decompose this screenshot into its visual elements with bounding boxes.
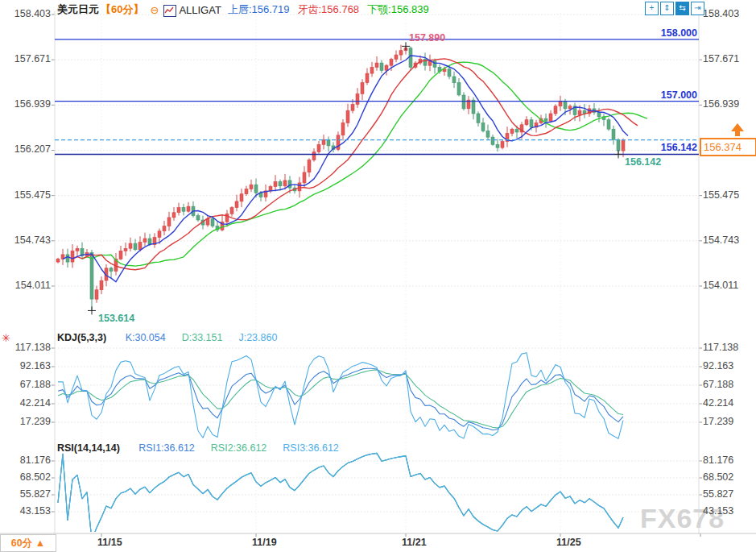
kdj-title: KDJ(5,3,3) — [57, 332, 106, 343]
alligator-legend: 上唇:156.719牙齿:156.768下颚:156.839 — [228, 2, 437, 17]
crosshair-icon[interactable]: + — [645, 2, 659, 15]
rsi-params: (14,14,14) — [74, 442, 120, 454]
period-selector-label: 60分 — [11, 537, 32, 549]
kdj-legend-item: D:33.151 — [182, 332, 223, 343]
symbol-name: 美元日元 — [57, 2, 99, 17]
exit-right-icon[interactable]: ⇥ — [691, 2, 704, 15]
rsi-title: RSI(14,14,14) — [57, 442, 120, 454]
zoom-horizontal-icon[interactable]: ⇆ — [675, 2, 689, 15]
kdj-name: KDJ — [57, 332, 77, 343]
price-up-arrow-stem — [735, 131, 740, 136]
indicator-settings-icon[interactable]: ✳ — [2, 332, 10, 344]
zoom-vertical-icon[interactable]: ⇕ — [660, 2, 674, 15]
indicator-name: ALLIGAT — [179, 4, 221, 16]
rsi-name: RSI — [57, 442, 74, 454]
kdj-header: KDJ(5,3,3) K:30.054D:33.151J:23.860 — [57, 332, 285, 343]
current-price-box: 156.374 — [700, 138, 756, 156]
kdj-legend-item: J:23.860 — [238, 332, 277, 343]
kdj-legend-item: K:30.054 — [126, 332, 166, 343]
alligator-legend-item: 上唇:156.719 — [228, 3, 290, 15]
chart-toolbar: +⇕⇆⇥ — [645, 2, 704, 15]
rsi-header: RSI(14,14,14) RSI1:36.612RSI2:36.612RSI3… — [57, 442, 347, 454]
kdj-params: (5,3,3) — [77, 332, 106, 343]
chart-canvas[interactable] — [0, 0, 756, 552]
chart-header: 美元日元 【60分】 ⊖ ALLIGAT 上唇:156.719牙齿:156.76… — [57, 2, 437, 17]
period-label: 【60分】 — [101, 2, 143, 17]
chevron-up-icon: ▲ — [35, 537, 45, 549]
alligator-legend-item: 下颚:156.839 — [367, 3, 429, 15]
line-chart-icon — [163, 5, 176, 17]
collapse-icon[interactable]: ⊖ — [150, 4, 159, 16]
current-price-value: 156.374 — [704, 141, 742, 153]
rsi-legend-item: RSI2:36.612 — [211, 442, 267, 454]
rsi-legend-item: RSI1:36.612 — [138, 442, 195, 454]
alligator-legend-item: 牙齿:156.768 — [298, 3, 360, 15]
watermark: FX678 — [640, 503, 725, 534]
rsi-legend-item: RSI3:36.612 — [283, 442, 339, 454]
period-selector[interactable]: 60分 ▲ — [0, 534, 56, 552]
chart-window: 美元日元 【60分】 ⊖ ALLIGAT 上唇:156.719牙齿:156.76… — [0, 0, 756, 552]
